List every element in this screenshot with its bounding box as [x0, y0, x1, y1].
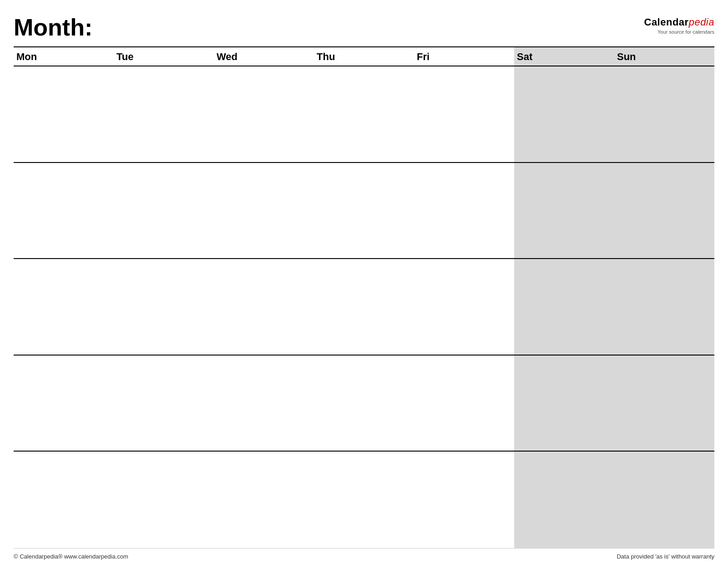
- day-header-fri: Fri: [414, 47, 514, 66]
- week4-thu: [314, 356, 414, 452]
- week5-mon: [14, 452, 114, 548]
- week5-fri: [414, 452, 514, 548]
- footer-disclaimer: Data provided 'as is' without warranty: [617, 553, 714, 560]
- week3-wed: [214, 259, 314, 356]
- week2-thu: [314, 163, 414, 259]
- week3-tue: [114, 259, 214, 356]
- week3-sat: [514, 259, 614, 356]
- week5-sat: [514, 452, 614, 548]
- week4-tue: [114, 356, 214, 452]
- week2-fri: [414, 163, 514, 259]
- logo-text: Calendarpedia: [644, 16, 715, 28]
- day-header-sat: Sat: [514, 47, 614, 66]
- week2-mon: [14, 163, 114, 259]
- calendar-page: Month: Calendarpedia Your source for cal…: [0, 0, 728, 569]
- page-header: Month: Calendarpedia Your source for cal…: [14, 14, 714, 41]
- day-header-mon: Mon: [14, 47, 114, 66]
- logo-container: Calendarpedia Your source for calendars: [644, 16, 715, 35]
- week4-sat: [514, 356, 614, 452]
- month-title: Month:: [14, 14, 92, 41]
- logo-calendar: Calendar: [644, 16, 689, 28]
- footer-copyright: © Calendarpedia® www.calendarpedia.com: [14, 553, 128, 560]
- logo-pedia: pedia: [689, 16, 714, 28]
- calendar-wrapper: Mon Tue Wed Thu Fri Sat Sun: [14, 46, 714, 548]
- calendar-grid: [14, 66, 714, 548]
- week3-fri: [414, 259, 514, 356]
- week1-mon: [14, 66, 114, 163]
- week5-wed: [214, 452, 314, 548]
- week1-thu: [314, 66, 414, 163]
- day-header-thu: Thu: [314, 47, 414, 66]
- day-header-wed: Wed: [214, 47, 314, 66]
- week1-sun: [614, 66, 714, 163]
- week5-tue: [114, 452, 214, 548]
- page-footer: © Calendarpedia® www.calendarpedia.com D…: [14, 548, 714, 560]
- week4-fri: [414, 356, 514, 452]
- week5-thu: [314, 452, 414, 548]
- week4-sun: [614, 356, 714, 452]
- week3-mon: [14, 259, 114, 356]
- week3-sun: [614, 259, 714, 356]
- week2-wed: [214, 163, 314, 259]
- week1-wed: [214, 66, 314, 163]
- day-header-sun: Sun: [614, 47, 714, 66]
- week1-tue: [114, 66, 214, 163]
- week2-tue: [114, 163, 214, 259]
- day-headers-row: Mon Tue Wed Thu Fri Sat Sun: [14, 46, 714, 66]
- week4-mon: [14, 356, 114, 452]
- week2-sat: [514, 163, 614, 259]
- week4-wed: [214, 356, 314, 452]
- day-header-tue: Tue: [114, 47, 214, 66]
- week1-sat: [514, 66, 614, 163]
- week2-sun: [614, 163, 714, 259]
- week1-fri: [414, 66, 514, 163]
- week5-sun: [614, 452, 714, 548]
- logo-subtitle: Your source for calendars: [657, 29, 714, 35]
- week3-thu: [314, 259, 414, 356]
